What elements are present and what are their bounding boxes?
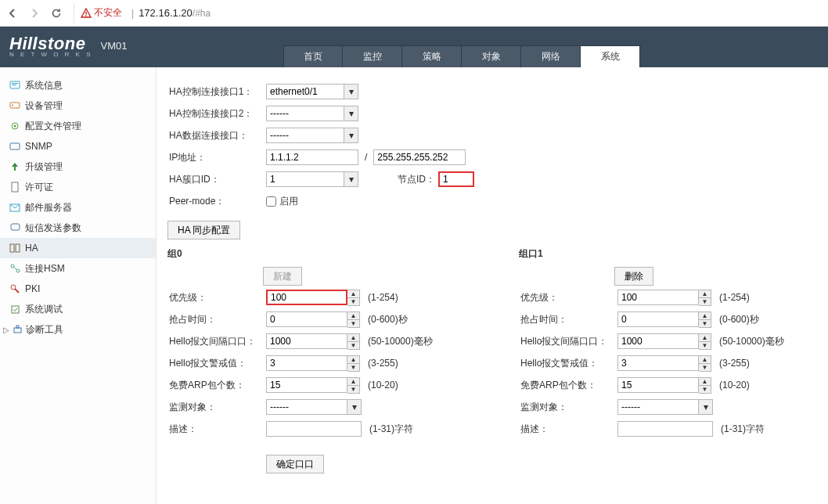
label-cluster: HA簇口ID： bbox=[164, 173, 266, 186]
input-hello-int-g0[interactable] bbox=[266, 333, 347, 349]
spinner-priority-g0[interactable]: ▲▼ bbox=[347, 290, 360, 306]
select-cluster-value[interactable] bbox=[266, 171, 344, 187]
top-nav: 首页 监控 策略 对象 网络 系统 bbox=[283, 45, 640, 67]
sidebar-item-debug[interactable]: 系统调试 bbox=[0, 299, 156, 319]
chevron-down-icon[interactable]: ▾ bbox=[344, 128, 358, 143]
group0-title: 组0 bbox=[167, 247, 469, 261]
checkbox-peer-enable[interactable] bbox=[266, 196, 276, 207]
confirm-button[interactable]: 确定口口 bbox=[266, 455, 324, 473]
svg-rect-4 bbox=[12, 85, 16, 85]
select-ctrl1[interactable]: ▾ bbox=[266, 84, 358, 99]
input-priority-g0[interactable] bbox=[266, 290, 347, 305]
chevron-down-icon[interactable]: ▾ bbox=[344, 106, 358, 121]
url-host: 172.16.1.20 bbox=[139, 7, 193, 19]
select-monitor-g1-value[interactable] bbox=[617, 399, 699, 415]
input-hello-int-g1[interactable] bbox=[617, 333, 699, 349]
select-data-value[interactable] bbox=[266, 128, 344, 143]
input-mask[interactable] bbox=[373, 149, 466, 165]
chevron-down-icon[interactable]: ▾ bbox=[344, 84, 358, 99]
nav-reload-icon[interactable] bbox=[49, 5, 64, 21]
svg-rect-5 bbox=[10, 103, 20, 108]
chevron-down-icon[interactable]: ▾ bbox=[347, 399, 362, 415]
spinner-hello-int-g1[interactable]: ▲▼ bbox=[699, 333, 711, 350]
delete-button[interactable]: 删除 bbox=[614, 267, 653, 286]
svg-rect-3 bbox=[12, 83, 18, 84]
input-priority-g1[interactable] bbox=[617, 290, 699, 305]
spinner-preempt-g1[interactable]: ▲▼ bbox=[699, 311, 711, 328]
select-monitor-g1[interactable]: ▾ bbox=[617, 399, 713, 415]
sidebar-item-config[interactable]: 配置文件管理 bbox=[0, 116, 156, 136]
select-ctrl2-value[interactable] bbox=[266, 106, 344, 121]
sidebar-item-label: 系统信息 bbox=[25, 79, 63, 92]
sidebar-item-sysinfo[interactable]: 系统信息 bbox=[0, 75, 156, 95]
sidebar-item-label: 邮件服务器 bbox=[25, 201, 72, 214]
sidebar-item-diagnostics[interactable]: ▷ 诊断工具 bbox=[0, 319, 156, 340]
url-bar[interactable]: 不安全 | 172.16.1.20/#ha bbox=[74, 3, 217, 23]
spinner-hello-thr-g1[interactable]: ▲▼ bbox=[699, 355, 711, 372]
chevron-down-icon[interactable]: ▾ bbox=[344, 171, 358, 187]
label-monitor: 监测对象： bbox=[164, 401, 266, 414]
sync-config-button[interactable]: HA 同步配置 bbox=[167, 221, 240, 239]
label-desc: 描述： bbox=[516, 423, 617, 436]
sidebar-item-device[interactable]: 设备管理 bbox=[0, 95, 156, 116]
svg-rect-19 bbox=[14, 328, 21, 333]
nav-forward-icon[interactable] bbox=[27, 5, 42, 21]
group1-title: 组口1 bbox=[519, 247, 820, 261]
label-ip: IP地址： bbox=[164, 151, 266, 164]
input-preempt-g0[interactable] bbox=[266, 311, 347, 327]
range-hello-thr: (3-255) bbox=[719, 358, 750, 369]
label-hello-int: Hello报文间隔口口： bbox=[516, 335, 617, 348]
input-hello-thr-g1[interactable] bbox=[617, 355, 699, 371]
svg-rect-1 bbox=[85, 15, 86, 16]
sidebar-item-label: 许可证 bbox=[25, 181, 53, 194]
sidebar-item-pki[interactable]: PKI bbox=[0, 279, 156, 299]
input-preempt-g1[interactable] bbox=[617, 311, 699, 327]
spinner-hello-thr-g0[interactable]: ▲▼ bbox=[347, 355, 360, 372]
tab-system[interactable]: 系统 bbox=[581, 45, 640, 67]
chevron-down-icon[interactable]: ▾ bbox=[699, 399, 713, 415]
range-hello-thr: (3-255) bbox=[368, 358, 398, 369]
svg-point-6 bbox=[12, 105, 13, 106]
input-ip[interactable] bbox=[266, 149, 358, 165]
upgrade-icon bbox=[9, 161, 20, 172]
new-button[interactable]: 新建 bbox=[263, 267, 302, 286]
input-node[interactable] bbox=[438, 171, 474, 187]
nav-back-icon[interactable] bbox=[5, 5, 20, 21]
svg-rect-13 bbox=[10, 244, 14, 252]
tab-network[interactable]: 网络 bbox=[521, 45, 581, 67]
tab-home[interactable]: 首页 bbox=[283, 45, 343, 67]
sidebar-item-label: 诊断工具 bbox=[26, 323, 63, 337]
spinner-arp-g0[interactable]: ▲▼ bbox=[347, 377, 360, 394]
label-desc: 描述： bbox=[164, 423, 266, 436]
tab-object[interactable]: 对象 bbox=[462, 45, 521, 67]
sidebar-item-label: HA bbox=[25, 243, 38, 254]
input-desc-g1[interactable] bbox=[617, 421, 713, 437]
input-hello-thr-g0[interactable] bbox=[266, 355, 347, 371]
range-hello-int: (50-10000)毫秒 bbox=[719, 335, 784, 348]
select-ctrl2[interactable]: ▾ bbox=[266, 106, 358, 121]
spinner-preempt-g0[interactable]: ▲▼ bbox=[347, 311, 360, 328]
select-ctrl1-value[interactable] bbox=[266, 84, 344, 99]
sidebar-item-mail[interactable]: 邮件服务器 bbox=[0, 197, 156, 218]
select-data[interactable]: ▾ bbox=[266, 128, 358, 143]
tab-monitor[interactable]: 监控 bbox=[343, 45, 402, 67]
tab-policy[interactable]: 策略 bbox=[402, 45, 462, 67]
input-arp-g0[interactable] bbox=[266, 377, 347, 393]
select-cluster[interactable]: ▾ bbox=[266, 171, 358, 187]
input-arp-g1[interactable] bbox=[617, 377, 699, 393]
input-desc-g0[interactable] bbox=[266, 421, 362, 437]
sidebar-item-snmp[interactable]: SNMP bbox=[0, 136, 156, 157]
select-monitor-g0-value[interactable] bbox=[266, 399, 347, 415]
spinner-hello-int-g0[interactable]: ▲▼ bbox=[347, 333, 360, 350]
spinner-arp-g1[interactable]: ▲▼ bbox=[699, 377, 711, 394]
sidebar-item-hsm[interactable]: 连接HSM bbox=[0, 258, 156, 279]
select-monitor-g0[interactable]: ▾ bbox=[266, 399, 362, 415]
svg-point-16 bbox=[16, 269, 20, 272]
label-node: 节点ID： bbox=[398, 173, 435, 186]
sidebar-item-ha[interactable]: HA bbox=[0, 238, 156, 258]
sidebar-item-upgrade[interactable]: 升级管理 bbox=[0, 157, 156, 177]
sidebar-item-label: 配置文件管理 bbox=[25, 120, 81, 133]
sidebar-item-license[interactable]: 许可证 bbox=[0, 177, 156, 197]
sidebar-item-sms[interactable]: 短信发送参数 bbox=[0, 218, 156, 238]
spinner-priority-g1[interactable]: ▲▼ bbox=[699, 290, 711, 306]
